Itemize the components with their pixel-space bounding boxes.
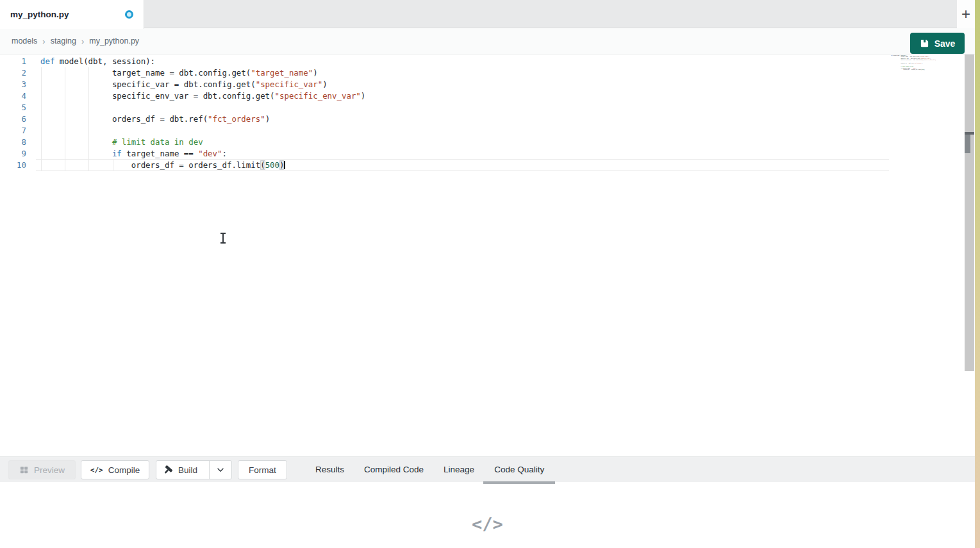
code-line[interactable]: 10 orders_df = orders_df.limit(500) bbox=[0, 160, 975, 171]
code-lines: 1def model(dbt, session):2 target_name =… bbox=[0, 56, 975, 171]
floppy-disk-icon bbox=[920, 38, 929, 48]
chevron-right-icon: › bbox=[81, 37, 84, 46]
text-cursor-pointer-icon bbox=[222, 234, 224, 242]
code-placeholder-icon: </> bbox=[0, 514, 975, 534]
minimap-line: orders_df = orders_df.limit(500) bbox=[891, 69, 937, 70]
code-icon: </> bbox=[90, 466, 103, 474]
window-edge-strip bbox=[975, 0, 980, 548]
code-line[interactable]: 8 # limit data in dev bbox=[0, 137, 975, 148]
text-caret bbox=[284, 161, 285, 169]
line-number: 7 bbox=[0, 125, 26, 137]
code-line[interactable]: 7 bbox=[0, 125, 975, 137]
code-text: # limit data in dev bbox=[40, 137, 203, 148]
code-text: orders_df = dbt.ref("fct_orders") bbox=[40, 113, 270, 125]
build-split-button: Build bbox=[156, 460, 232, 479]
code-line[interactable]: 2 target_name = dbt.config.get("target_n… bbox=[0, 67, 975, 79]
compile-button[interactable]: </> Compile bbox=[81, 460, 149, 479]
line-number: 10 bbox=[0, 160, 26, 171]
new-tab-button[interactable]: + bbox=[957, 0, 975, 28]
code-line[interactable]: 6 orders_df = dbt.ref("fct_orders") bbox=[0, 113, 975, 125]
preview-label: Preview bbox=[34, 465, 65, 475]
scrollbar-thumb[interactable] bbox=[965, 135, 970, 153]
format-button[interactable]: Format bbox=[238, 460, 287, 479]
panel-tab-results[interactable]: Results bbox=[315, 457, 344, 482]
line-number: 9 bbox=[0, 148, 26, 160]
code-text: orders_df = orders_df.limit(500) bbox=[40, 160, 285, 171]
panel-tab-compiled-code[interactable]: Compiled Code bbox=[364, 457, 424, 482]
panel-tabs: ResultsCompiled CodeLineageCode Quality bbox=[315, 457, 544, 482]
line-number: 5 bbox=[0, 102, 26, 113]
breadcrumb-models[interactable]: models bbox=[12, 37, 37, 46]
code-text: specific_env_var = dbt.config.get("speci… bbox=[40, 90, 365, 102]
build-label: Build bbox=[178, 465, 197, 475]
panel-tab-lineage[interactable]: Lineage bbox=[444, 457, 474, 482]
minimap-line: specific_env_var = dbt.config.get("speci… bbox=[891, 59, 937, 60]
line-number: 8 bbox=[0, 137, 26, 148]
chevron-right-icon: › bbox=[42, 37, 45, 46]
code-text: def model(dbt, session): bbox=[40, 56, 155, 67]
file-header-bar: models › staging › my_python.py Save bbox=[0, 28, 975, 54]
dbt-ide-window: my_python.py + models › staging › my_pyt… bbox=[0, 0, 980, 548]
format-label: Format bbox=[249, 465, 276, 475]
build-button[interactable]: Build bbox=[156, 461, 204, 479]
bottom-toolbar: Preview </> Compile Build bbox=[0, 456, 975, 482]
tab-my-python-py[interactable]: my_python.py bbox=[0, 0, 144, 29]
code-line[interactable]: 1def model(dbt, session): bbox=[0, 56, 975, 67]
line-number: 2 bbox=[0, 67, 26, 79]
tab-label: my_python.py bbox=[10, 10, 69, 19]
compile-label: Compile bbox=[108, 465, 140, 475]
unsaved-changes-icon bbox=[125, 10, 133, 19]
save-button[interactable]: Save bbox=[910, 33, 965, 54]
save-label: Save bbox=[934, 38, 956, 49]
code-line[interactable]: 9 if target_name == "dev": bbox=[0, 148, 975, 160]
table-icon bbox=[19, 465, 29, 475]
line-number: 3 bbox=[0, 79, 26, 90]
code-line[interactable]: 3 specific_var = dbt.config.get("specifi… bbox=[0, 79, 975, 90]
breadcrumb-staging[interactable]: staging bbox=[51, 37, 76, 46]
code-text: target_name = dbt.config.get("target_nam… bbox=[40, 67, 318, 79]
line-number: 4 bbox=[0, 90, 26, 102]
hammer-icon bbox=[163, 465, 173, 475]
line-number: 6 bbox=[0, 113, 26, 125]
editor-tab-bar: my_python.py + bbox=[0, 0, 975, 28]
code-text: specific_var = dbt.config.get("specific_… bbox=[40, 79, 328, 90]
line-number: 1 bbox=[0, 56, 26, 67]
preview-button[interactable]: Preview bbox=[8, 460, 76, 479]
minimap[interactable]: def model(dbt, session): target_name = d… bbox=[891, 54, 937, 71]
scrollbar-track[interactable] bbox=[965, 54, 974, 371]
code-line[interactable]: 4 specific_env_var = dbt.config.get("spe… bbox=[0, 90, 975, 102]
code-text: if target_name == "dev": bbox=[40, 148, 227, 160]
code-line[interactable]: 5 bbox=[0, 102, 975, 113]
breadcrumb-filename: my_python.py bbox=[89, 37, 139, 46]
chevron-down-icon bbox=[216, 465, 225, 474]
plus-icon: + bbox=[961, 6, 970, 22]
results-panel: </> bbox=[0, 485, 975, 548]
breadcrumb: models › staging › my_python.py bbox=[12, 28, 139, 54]
code-editor[interactable]: 1def model(dbt, session):2 target_name =… bbox=[0, 54, 975, 456]
build-options-button[interactable] bbox=[209, 461, 231, 479]
panel-tab-code-quality[interactable]: Code Quality bbox=[494, 457, 544, 482]
